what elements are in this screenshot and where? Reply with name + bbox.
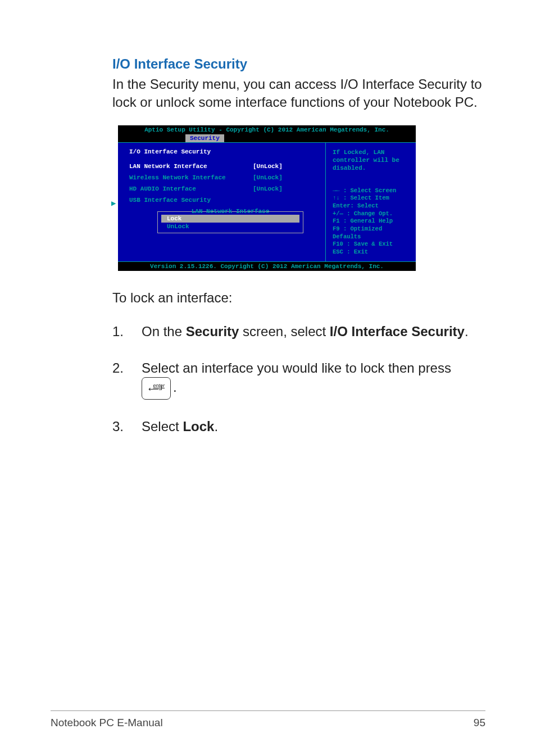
- step-body: Select an interface you would like to lo…: [142, 359, 485, 400]
- step-text: On the: [142, 324, 186, 339]
- step-list: 1. On the Security screen, select I/O In…: [112, 323, 485, 436]
- bios-item-wireless: Wireless Network Interface [UnLock]: [129, 174, 321, 181]
- page-number: 95: [474, 717, 485, 729]
- bios-key-line: Enter: Select: [333, 202, 409, 210]
- bios-item-hdaudio: HD AUDIO Interface [UnLock]: [129, 185, 321, 192]
- step-2: 2. Select an interface you would like to…: [112, 359, 485, 400]
- bios-utility-title: Aptio Setup Utility - Copyright (C) 2012…: [118, 125, 416, 134]
- step-bold: I/O Interface Security: [330, 324, 465, 339]
- step-1: 1. On the Security screen, select I/O In…: [112, 323, 485, 341]
- bios-popup-option-lock: Lock: [161, 215, 299, 223]
- bios-popup: LAN Network Interface Lock UnLock: [157, 211, 303, 233]
- step-text: screen, select: [239, 324, 329, 339]
- bios-key-line: →← : Select Screen: [333, 187, 409, 195]
- bios-footer: Version 2.15.1226. Copyright (C) 2012 Am…: [118, 261, 416, 271]
- step-text: .: [214, 419, 218, 434]
- bios-key-line: F9 : Optimized Defaults: [333, 225, 409, 241]
- bios-key-line: F1 : General Help: [333, 218, 409, 225]
- bios-item-value: [UnLock]: [253, 163, 283, 170]
- step-number: 1.: [112, 323, 142, 341]
- submenu-arrow-icon: ▶: [111, 198, 116, 208]
- bios-item-label: LAN Network Interface: [129, 163, 253, 170]
- bios-screenshot: Aptio Setup Utility - Copyright (C) 2012…: [118, 125, 416, 271]
- bios-page-heading: I/O Interface Security: [129, 148, 321, 155]
- step-number: 3.: [112, 418, 142, 436]
- step-number: 2.: [112, 359, 142, 400]
- footer-title: Notebook PC E-Manual: [51, 717, 163, 729]
- intro-paragraph: In the Security menu, you can access I/O…: [112, 75, 485, 112]
- bios-item-label: HD AUDIO Interface: [129, 185, 253, 192]
- step-text: Select an interface you would like to lo…: [142, 360, 451, 375]
- bios-popup-option-unlock: UnLock: [161, 223, 299, 230]
- bios-help-text: If Locked, LAN controller will be disabl…: [333, 148, 409, 173]
- step-text: Select: [142, 419, 183, 434]
- key-arrow-icon: ⟵┘: [142, 384, 170, 395]
- step-bold: Lock: [183, 419, 214, 434]
- bios-key-line: ↑↓ : Select Item: [333, 194, 409, 202]
- bios-key-hints: →← : Select Screen ↑↓ : Select Item Ente…: [333, 187, 409, 256]
- step-text: .: [465, 324, 469, 339]
- step-3: 3. Select Lock.: [112, 418, 485, 436]
- step-body: On the Security screen, select I/O Inter…: [142, 323, 485, 341]
- bios-key-line: +/— : Change Opt.: [333, 210, 409, 218]
- bios-item-label: Wireless Network Interface: [129, 174, 253, 181]
- enter-key-icon: enter ⟵┘: [142, 377, 171, 400]
- bios-item-value: [UnLock]: [253, 174, 283, 181]
- bios-tab-row: Security: [118, 134, 416, 142]
- bios-key-line: ESC : Exit: [333, 248, 409, 256]
- bios-popup-title: LAN Network Interface: [158, 208, 303, 215]
- step-text: .: [173, 380, 177, 395]
- bios-key-line: F10 : Save & Exit: [333, 241, 409, 248]
- step-bold: Security: [186, 324, 239, 339]
- bios-item-lan: LAN Network Interface [UnLock]: [129, 163, 321, 170]
- bios-tab-security: Security: [185, 134, 224, 142]
- page-footer: Notebook PC E-Manual 95: [51, 710, 485, 729]
- step-body: Select Lock.: [142, 418, 485, 436]
- bios-submenu-usb: USB Interface Security: [129, 197, 321, 203]
- instruction-lead: To lock an interface:: [112, 290, 485, 306]
- section-heading: I/O Interface Security: [112, 56, 485, 72]
- bios-item-value: [UnLock]: [253, 185, 283, 192]
